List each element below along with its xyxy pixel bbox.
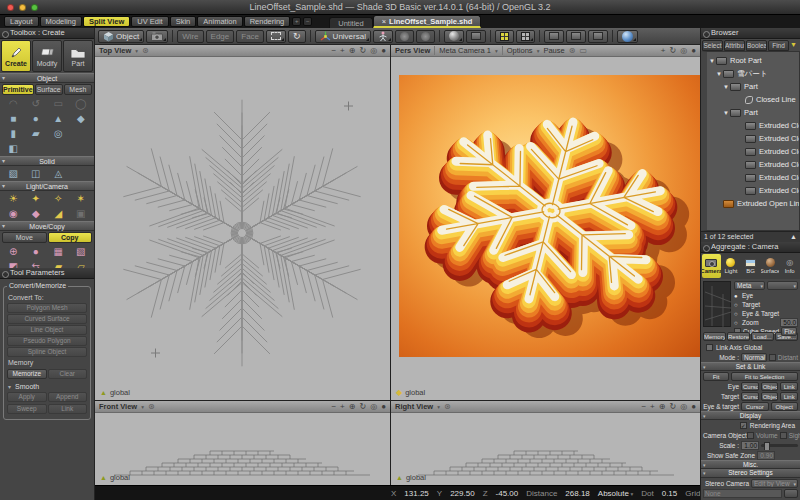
- convert-line-object-button[interactable]: Line Object: [7, 325, 87, 335]
- lock-icon[interactable]: ▲: [790, 232, 797, 242]
- doc-tab-untitled[interactable]: Untitled: [329, 17, 372, 28]
- object-mode-button[interactable]: Object: [98, 30, 144, 43]
- top-view-canvas[interactable]: [95, 57, 390, 400]
- swap-copy-icon[interactable]: ⇆: [25, 259, 48, 268]
- stereo-extra-button[interactable]: [784, 489, 798, 498]
- single-view-button[interactable]: [495, 30, 514, 43]
- orbit-button[interactable]: ●: [381, 46, 386, 55]
- disclosure-icon[interactable]: ▼: [722, 84, 730, 90]
- disclosure-icon[interactable]: ▼: [715, 71, 723, 77]
- eye-target-cursor-button[interactable]: Cursor: [741, 402, 769, 411]
- camera-selector[interactable]: Meta Camera 1: [439, 46, 491, 55]
- array-copy-icon[interactable]: ▰: [47, 259, 70, 268]
- disclosure-icon[interactable]: ▼: [708, 58, 716, 64]
- sight-checkbox[interactable]: [780, 432, 787, 439]
- convert-spline-object-button[interactable]: Spline Object: [7, 347, 87, 357]
- linear-copy-icon[interactable]: ▱: [70, 259, 93, 268]
- tree-item-snow-part[interactable]: ▼雪パート: [707, 67, 799, 80]
- target-radio[interactable]: ○Target: [734, 300, 798, 309]
- comment-icon[interactable]: ▭: [579, 46, 587, 55]
- tab-layout[interactable]: Layout: [4, 16, 39, 27]
- tab-primitive[interactable]: Primitive: [2, 84, 34, 95]
- rotate-view-button[interactable]: ↻: [359, 46, 366, 55]
- load-button[interactable]: Load...: [751, 332, 774, 341]
- sphere-primitive-icon[interactable]: ●: [25, 111, 48, 126]
- tab-uv-edit[interactable]: UV Edit: [131, 16, 168, 27]
- viewport-settings-icon[interactable]: ⊛: [444, 402, 451, 411]
- apply-button[interactable]: Apply: [7, 392, 47, 402]
- four-view-button[interactable]: [516, 30, 535, 43]
- zoom-in-button[interactable]: +: [340, 46, 345, 55]
- tool-parameters-header[interactable]: Tool Parameters: [0, 268, 94, 279]
- top-viewport[interactable]: Top View ▾ ⊛ − + ⊕ ↻ ◎ ● ▲global: [95, 45, 390, 400]
- target-link-button[interactable]: Link: [780, 392, 798, 401]
- misc-section-header[interactable]: Misc.: [701, 460, 800, 469]
- sweep-button[interactable]: Sweep: [7, 404, 47, 414]
- render-button[interactable]: [617, 30, 638, 43]
- object-section-header[interactable]: Object: [0, 73, 94, 83]
- translate-copy-icon[interactable]: ⊕: [2, 244, 25, 259]
- rotate-view-button[interactable]: ↻: [669, 402, 676, 411]
- memorize-button[interactable]: Memorize: [7, 369, 47, 379]
- fix-dropdown[interactable]: Fix: [781, 327, 797, 336]
- tab-attributes[interactable]: Attributes: [724, 40, 745, 51]
- right-view-canvas[interactable]: [391, 413, 700, 485]
- tree-item-extruded-closed[interactable]: Extruded Closed: [707, 184, 799, 197]
- lightcamera-section-header[interactable]: Light/Camera: [0, 181, 94, 191]
- tab-surface[interactable]: Surface: [35, 84, 63, 95]
- eye-object-button[interactable]: Object: [761, 382, 779, 391]
- close-window-button[interactable]: [7, 4, 14, 11]
- tab-find[interactable]: Find: [768, 40, 789, 51]
- eye-radio[interactable]: ●Eye: [734, 291, 798, 300]
- tree-item-root-part[interactable]: ▼Root Part: [707, 54, 799, 67]
- viewport-settings-icon[interactable]: ⊛: [142, 46, 149, 55]
- axis-display-button[interactable]: [588, 30, 608, 43]
- pers-view-canvas[interactable]: [391, 57, 700, 400]
- solid-tool-icon[interactable]: ◫: [25, 166, 48, 181]
- doc-tab-active[interactable]: ×LineOffset_Sample.shd: [373, 15, 482, 28]
- coordinate-mode-dropdown[interactable]: Absolute: [598, 489, 633, 498]
- target-cursor-button[interactable]: Cursor: [741, 392, 759, 401]
- fit-to-selection-button[interactable]: Fit to Selection: [731, 372, 798, 381]
- stereo-none-field[interactable]: None: [703, 489, 782, 498]
- camera-create-icon[interactable]: ▣: [70, 206, 93, 221]
- rotate-copy-icon[interactable]: ●: [25, 244, 48, 259]
- rotate-view-button[interactable]: ↻: [669, 46, 676, 55]
- tree-item-extruded-closed[interactable]: Extruded Closed: [707, 158, 799, 171]
- volume-checkbox[interactable]: [747, 432, 754, 439]
- wire-select-button[interactable]: Wire: [177, 30, 203, 43]
- set-link-section-header[interactable]: Set & Link: [701, 362, 800, 371]
- cube-primitive-icon[interactable]: ■: [2, 111, 25, 126]
- tree-item-extruded-open-line[interactable]: Extruded Open Line: [707, 197, 799, 210]
- eye-cursor-button[interactable]: Cursor: [741, 382, 759, 391]
- tab-bg[interactable]: BG: [741, 254, 760, 278]
- link-button[interactable]: Link: [48, 404, 88, 414]
- marquee-select-button[interactable]: [266, 30, 286, 43]
- tree-item-extruded-closed[interactable]: Extruded Closed: [707, 145, 799, 158]
- zoom-radio[interactable]: ○Zoom50.0: [734, 318, 798, 327]
- skeleton-tool-button[interactable]: [373, 30, 393, 43]
- magnify-button[interactable]: ◎: [370, 46, 377, 55]
- fit-button[interactable]: Fit: [703, 372, 729, 381]
- circle-tool-icon[interactable]: ◯: [70, 96, 93, 111]
- create-mode-button[interactable]: Create: [1, 40, 31, 72]
- display-section-header[interactable]: Display: [701, 411, 800, 420]
- add-workspace-button[interactable]: +: [292, 17, 301, 26]
- pan-button[interactable]: ⊕: [659, 402, 666, 411]
- solid-section-header[interactable]: Solid: [0, 156, 94, 166]
- tab-light[interactable]: Light: [722, 254, 741, 278]
- eye-target-radio[interactable]: ○Eye & Target: [734, 309, 798, 318]
- ambient-light-icon[interactable]: ◉: [2, 206, 25, 221]
- camera-preview[interactable]: [703, 281, 731, 327]
- tab-info[interactable]: ◎Info: [780, 254, 799, 278]
- joint-tool-button[interactable]: [395, 30, 414, 43]
- convert-curved-surface-button[interactable]: Curved Surface: [7, 314, 87, 324]
- tab-rendering[interactable]: Rendering: [244, 16, 291, 27]
- cylinder-primitive-icon[interactable]: ▮: [2, 126, 25, 141]
- front-viewport[interactable]: Front View ▾ ⊛ − + ⊕ ↻ ◎ ● ▲global: [95, 401, 390, 485]
- restore-button[interactable]: Restore: [727, 332, 750, 341]
- point-light-icon[interactable]: ✦: [25, 191, 48, 206]
- coordinate-space-label[interactable]: ▲global: [396, 473, 426, 482]
- edge-select-button[interactable]: Edge: [206, 30, 235, 43]
- stereo-camera-dropdown[interactable]: Edit by View: [751, 479, 798, 488]
